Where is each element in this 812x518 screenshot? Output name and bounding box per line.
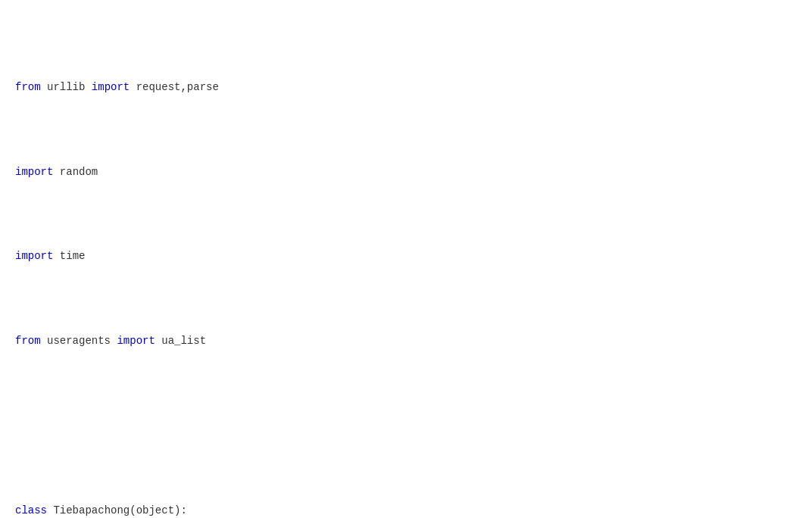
code-line-1: from urllib import request,parse: [15, 79, 797, 95]
code-content: from urllib import request,parse import …: [0, 8, 812, 518]
code-line-2: import random: [15, 164, 797, 180]
code-editor: from urllib import request,parse import …: [0, 0, 812, 518]
code-line-5: [15, 417, 797, 434]
code-line-4: from useragents import ua_list: [15, 332, 797, 349]
code-line-3: import time: [15, 248, 797, 264]
code-line-6: class Tiebapachong(object):: [15, 502, 797, 518]
